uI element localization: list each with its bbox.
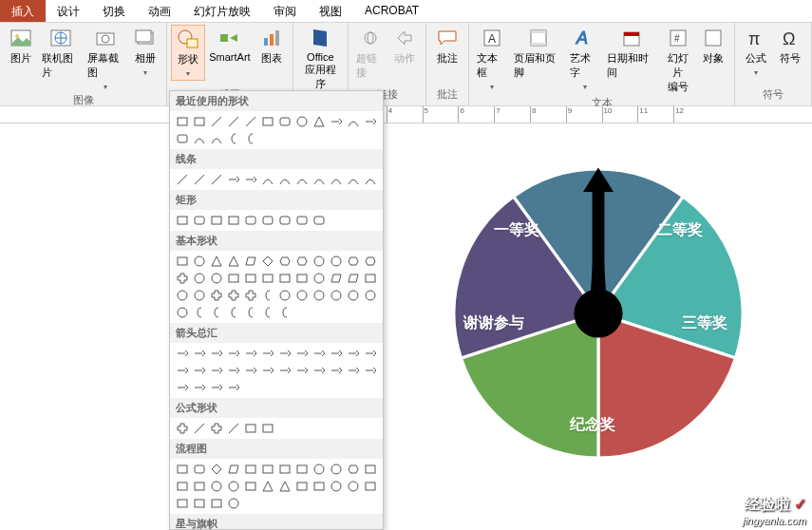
shape-item[interactable] <box>242 362 259 379</box>
shape-item[interactable] <box>174 287 191 304</box>
shape-item[interactable] <box>293 461 311 478</box>
shape-item[interactable] <box>328 362 345 379</box>
tab-transitions[interactable]: 切换 <box>91 0 137 22</box>
shape-item[interactable] <box>259 362 276 379</box>
shape-item[interactable] <box>208 270 225 287</box>
shape-item[interactable] <box>328 270 345 287</box>
shape-item[interactable] <box>276 287 293 304</box>
shape-item[interactable] <box>225 212 242 229</box>
shape-item[interactable] <box>259 461 276 478</box>
shape-item[interactable] <box>191 212 208 229</box>
tab-animations[interactable]: 动画 <box>137 0 182 22</box>
shape-item[interactable] <box>191 130 208 147</box>
shape-item[interactable] <box>191 287 208 304</box>
shape-item[interactable] <box>225 362 242 379</box>
shape-item[interactable] <box>276 304 293 321</box>
shape-item[interactable] <box>208 461 225 478</box>
action-button[interactable]: 动作 <box>387 25 422 67</box>
shape-item[interactable] <box>208 113 225 130</box>
textbox-button[interactable]: A文本框 <box>473 25 510 93</box>
shape-item[interactable] <box>242 345 259 362</box>
shape-item[interactable] <box>293 253 311 270</box>
shape-item[interactable] <box>174 253 191 270</box>
shape-item[interactable] <box>293 345 311 362</box>
shape-item[interactable] <box>328 345 345 362</box>
shape-item[interactable] <box>259 478 276 495</box>
shape-item[interactable] <box>174 478 191 495</box>
tab-insert[interactable]: 插入 <box>0 0 46 22</box>
shape-item[interactable] <box>345 461 362 478</box>
shape-item[interactable] <box>242 270 259 287</box>
shape-item[interactable] <box>174 461 191 478</box>
shape-item[interactable] <box>345 478 362 495</box>
shape-item[interactable] <box>208 253 225 270</box>
tab-design[interactable]: 设计 <box>46 0 91 22</box>
shape-item[interactable] <box>362 478 379 495</box>
shape-item[interactable] <box>242 212 259 229</box>
shape-item[interactable] <box>208 420 225 437</box>
shape-item[interactable] <box>208 171 225 188</box>
shape-item[interactable] <box>174 495 191 512</box>
shape-item[interactable] <box>259 345 276 362</box>
slide-canvas[interactable]: 一等奖 二等奖 三等奖 纪念奖 谢谢参与 <box>385 123 812 530</box>
shape-item[interactable] <box>345 287 362 304</box>
shape-item[interactable] <box>293 362 311 379</box>
chart-button[interactable]: 图表 <box>255 25 289 67</box>
shape-item[interactable] <box>174 379 191 396</box>
shape-item[interactable] <box>225 379 242 396</box>
picture-button[interactable]: 图片 <box>4 25 38 67</box>
shape-item[interactable] <box>345 345 362 362</box>
shape-item[interactable] <box>362 113 379 130</box>
shape-item[interactable] <box>225 270 242 287</box>
shape-item[interactable] <box>208 287 225 304</box>
shape-item[interactable] <box>311 171 328 188</box>
shape-item[interactable] <box>311 253 328 270</box>
shape-item[interactable] <box>191 171 208 188</box>
shape-item[interactable] <box>345 253 362 270</box>
shape-item[interactable] <box>276 253 293 270</box>
shape-item[interactable] <box>259 420 276 437</box>
shape-item[interactable] <box>225 130 242 147</box>
shape-item[interactable] <box>191 461 208 478</box>
shape-item[interactable] <box>174 270 191 287</box>
header-footer-button[interactable]: 页眉和页脚 <box>510 25 566 82</box>
shape-item[interactable] <box>328 171 345 188</box>
shape-item[interactable] <box>311 212 328 229</box>
shape-item[interactable] <box>191 304 208 321</box>
shape-item[interactable] <box>225 171 242 188</box>
screenshot-button[interactable]: 屏幕截图 <box>84 25 129 93</box>
shape-item[interactable] <box>293 478 311 495</box>
shape-item[interactable] <box>208 212 225 229</box>
shape-item[interactable] <box>259 270 276 287</box>
tab-review[interactable]: 审阅 <box>262 0 308 22</box>
object-button[interactable]: 对象 <box>696 25 730 67</box>
shape-item[interactable] <box>259 171 276 188</box>
shape-item[interactable] <box>191 420 208 437</box>
shape-item[interactable] <box>259 253 276 270</box>
shape-item[interactable] <box>345 270 362 287</box>
shape-item[interactable] <box>259 304 276 321</box>
shape-item[interactable] <box>345 113 362 130</box>
shape-item[interactable] <box>362 345 379 362</box>
hyperlink-button[interactable]: 超链接 <box>352 25 387 82</box>
shape-item[interactable] <box>311 478 328 495</box>
shape-item[interactable] <box>362 270 379 287</box>
shape-item[interactable] <box>191 113 208 130</box>
shape-item[interactable] <box>208 362 225 379</box>
shape-item[interactable] <box>345 171 362 188</box>
symbol-button[interactable]: Ω符号 <box>773 25 807 67</box>
shape-item[interactable] <box>311 345 328 362</box>
shape-item[interactable] <box>259 287 276 304</box>
shape-item[interactable] <box>208 304 225 321</box>
shape-item[interactable] <box>191 495 208 512</box>
shape-item[interactable] <box>225 495 242 512</box>
shape-item[interactable] <box>225 253 242 270</box>
shape-item[interactable] <box>174 171 191 188</box>
shape-item[interactable] <box>242 304 259 321</box>
shape-item[interactable] <box>208 495 225 512</box>
shape-item[interactable] <box>311 362 328 379</box>
tab-view[interactable]: 视图 <box>308 0 353 22</box>
shape-item[interactable] <box>191 253 208 270</box>
shape-item[interactable] <box>293 212 311 229</box>
shape-item[interactable] <box>276 461 293 478</box>
